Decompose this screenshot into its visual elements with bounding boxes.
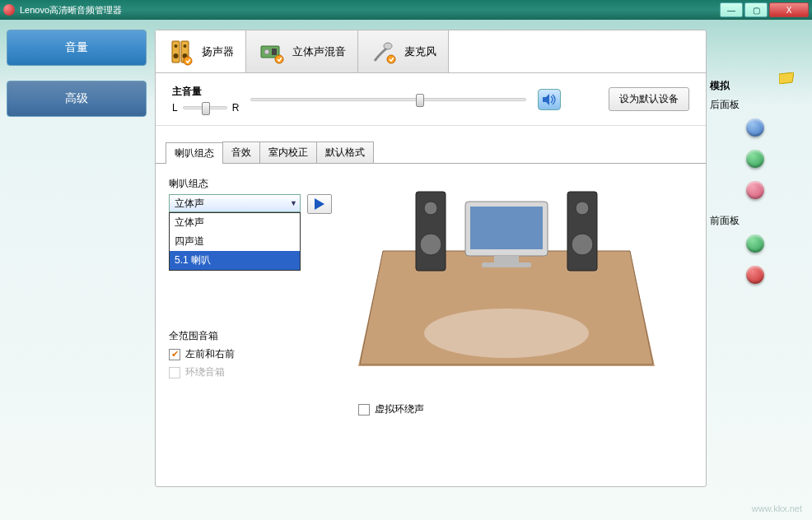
svg-point-15 xyxy=(424,309,589,358)
full-range-title: 全范围音箱 xyxy=(169,329,350,343)
sub-tabs: 喇叭组态 音效 室内校正 默认格式 xyxy=(156,139,706,164)
test-play-button[interactable] xyxy=(307,194,332,214)
svg-point-2 xyxy=(175,44,178,48)
folder-icon[interactable] xyxy=(779,72,794,84)
svg-point-21 xyxy=(424,202,437,215)
svg-rect-18 xyxy=(494,256,519,262)
svg-point-3 xyxy=(184,44,187,48)
svg-rect-0 xyxy=(172,41,180,63)
checkbox-surround-label: 环绕音箱 xyxy=(185,365,225,379)
jack-front-red[interactable] xyxy=(746,266,764,284)
svg-point-4 xyxy=(174,53,179,58)
jack-rear-blue[interactable] xyxy=(746,118,764,137)
checkbox-virtual-surround[interactable] xyxy=(358,404,370,416)
soundcard-icon xyxy=(258,38,286,66)
connector-panel: 模拟 后面板 前面板 xyxy=(710,79,800,297)
option-stereo[interactable]: 立体声 xyxy=(170,213,300,232)
svg-point-6 xyxy=(184,57,192,65)
minimize-button[interactable]: — xyxy=(720,2,743,17)
mute-button[interactable] xyxy=(538,89,561,110)
subtab-sound-effect[interactable]: 音效 xyxy=(222,142,260,163)
side-nav: 音量 高级 xyxy=(7,30,147,123)
checkbox-front-lr-label: 左前和右前 xyxy=(185,347,235,361)
jack-front-green[interactable] xyxy=(746,234,764,253)
master-volume-slider[interactable] xyxy=(250,98,526,101)
front-panel-label: 前面板 xyxy=(710,214,800,228)
tab-microphone-label: 麦克风 xyxy=(404,44,436,59)
tab-stereo-mix-label: 立体声混音 xyxy=(292,44,346,59)
speaker-config-dropdown: 立体声 四声道 5.1 喇叭 xyxy=(169,212,301,271)
option-51[interactable]: 5.1 喇叭 xyxy=(170,251,300,270)
subtab-speaker-config[interactable]: 喇叭组态 xyxy=(166,142,223,164)
option-quad[interactable]: 四声道 xyxy=(170,232,300,251)
tab-speaker[interactable]: 扬声器 xyxy=(156,30,246,72)
speaker-config-selected[interactable]: 立体声 xyxy=(169,194,301,212)
checkbox-front-lr[interactable]: ✔ xyxy=(169,349,180,360)
svg-point-22 xyxy=(420,234,441,255)
subtab-default-format[interactable]: 默认格式 xyxy=(316,142,374,163)
checkbox-surround xyxy=(169,367,180,378)
rear-panel-label: 后面板 xyxy=(710,98,800,112)
svg-point-8 xyxy=(264,49,269,54)
master-volume-row: 主音量 L R 设为默认设备 xyxy=(156,73,706,126)
master-volume-label: 主音量 xyxy=(172,85,239,99)
balance-slider[interactable] xyxy=(183,106,227,109)
svg-rect-9 xyxy=(272,49,277,55)
watermark: www.kkx.net xyxy=(752,504,802,513)
device-tabs: 扬声器 立体声混音 麦克风 xyxy=(156,30,706,73)
nav-advanced[interactable]: 高级 xyxy=(7,81,147,117)
set-default-button[interactable]: 设为默认设备 xyxy=(609,87,689,111)
balance-left-label: L xyxy=(172,102,178,114)
speaker-icon xyxy=(167,38,195,66)
window-title: Lenovo高清晰音频管理器 xyxy=(20,4,122,16)
room-illustration xyxy=(358,177,655,391)
close-button[interactable]: X xyxy=(769,2,809,17)
subtab-room-correction[interactable]: 室内校正 xyxy=(259,142,317,163)
tab-stereo-mix[interactable]: 立体声混音 xyxy=(246,30,358,72)
speaker-config-title: 喇叭组态 xyxy=(169,177,350,191)
microphone-icon xyxy=(370,38,398,66)
svg-rect-17 xyxy=(470,207,543,249)
tab-speaker-label: 扬声器 xyxy=(202,44,234,59)
jack-rear-green[interactable] xyxy=(746,150,764,168)
svg-point-10 xyxy=(275,55,283,63)
tab-content: 喇叭组态 立体声 立体声 四声道 5.1 喇叭 全范围音箱 ✔ 左前和右前 xyxy=(156,164,706,486)
tab-microphone[interactable]: 麦克风 xyxy=(358,30,449,72)
svg-point-12 xyxy=(387,55,395,63)
main-panel: 扬声器 立体声混音 麦克风 主音量 L R xyxy=(155,30,707,487)
svg-point-25 xyxy=(572,234,593,255)
svg-rect-19 xyxy=(482,262,531,267)
svg-point-24 xyxy=(576,202,589,215)
app-icon xyxy=(3,4,15,16)
speaker-config-combobox[interactable]: 立体声 立体声 四声道 5.1 喇叭 xyxy=(169,194,301,212)
play-icon xyxy=(315,198,324,210)
svg-marker-26 xyxy=(779,72,794,84)
nav-volume[interactable]: 音量 xyxy=(7,30,147,66)
balance-right-label: R xyxy=(232,102,240,114)
jack-rear-pink[interactable] xyxy=(746,181,764,199)
room-visual: 虚拟环绕声 xyxy=(350,177,693,473)
virtual-surround-label: 虚拟环绕声 xyxy=(375,402,424,416)
maximize-button[interactable]: ▢ xyxy=(744,2,768,17)
title-bar: Lenovo高清晰音频管理器 — ▢ X xyxy=(0,0,812,20)
